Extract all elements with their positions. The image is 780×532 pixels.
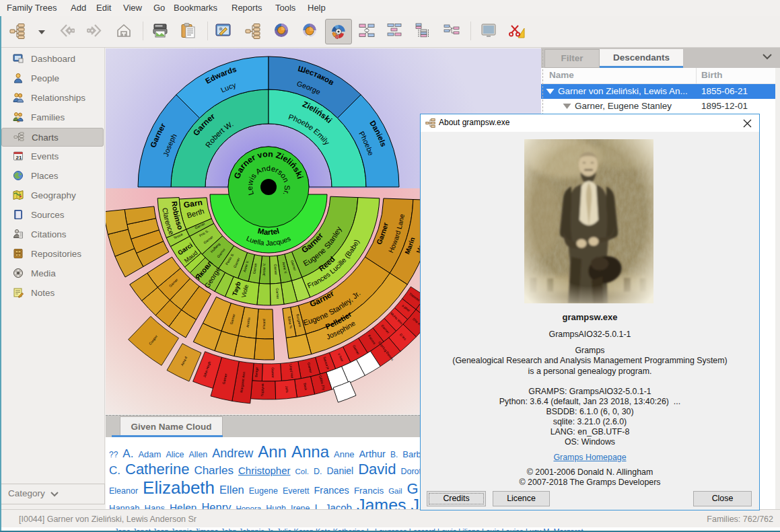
svg-text:21: 21 [16, 155, 22, 161]
svg-text:Garner: Garner [271, 367, 275, 378]
svg-text:Гордуна: Гордуна [260, 383, 264, 396]
svg-text:Jesse V.: Jesse V. [262, 263, 267, 276]
svg-text:Martel: Martel [257, 227, 280, 236]
svg-text:Ja%: Ja% [285, 386, 289, 393]
svg-text:Garner: Garner [273, 264, 278, 275]
svg-text:Benge: Benge [254, 367, 258, 377]
svg-text:Garner: Garner [275, 288, 280, 299]
svg-text:o'ward: o'ward [262, 319, 266, 329]
